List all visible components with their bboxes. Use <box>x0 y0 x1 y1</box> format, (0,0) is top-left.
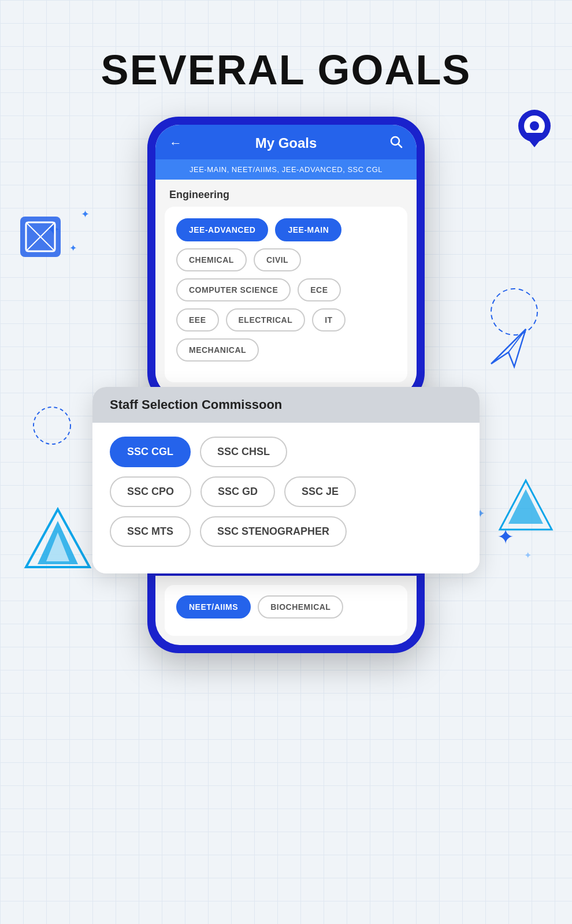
tag-neet-aiims[interactable]: NEET/AIIMS <box>176 595 251 619</box>
tag-ssc-mts[interactable]: SSC MTS <box>110 516 191 547</box>
tag-ssc-je[interactable]: SSC JE <box>284 476 356 507</box>
tag-electrical[interactable]: ELECTRICAL <box>226 308 306 331</box>
phone-mockup-top: ← My Goals JEE-MAIN, NEET/AIIMS, JEE-ADV… <box>142 117 430 404</box>
ssc-row-1: SSC CGL SSC CHSL <box>110 437 462 467</box>
tag-ssc-gd[interactable]: SSC GD <box>200 476 275 507</box>
ssc-card-header: Staff Selection Commissoon <box>92 387 480 423</box>
svg-line-12 <box>398 144 402 147</box>
ssc-card: Staff Selection Commissoon SSC CGL SSC C… <box>92 387 480 573</box>
tags-row-2: CHEMICAL CIVIL <box>176 248 396 271</box>
blue-box-deco <box>17 214 64 262</box>
tag-ssc-stenographer[interactable]: SSC STENOGRAPHER <box>200 516 347 547</box>
tag-ssc-chsl[interactable]: SSC CHSL <box>200 437 287 467</box>
paper-plane-deco <box>485 323 532 372</box>
tags-row-5: MECHANICAL <box>176 338 396 362</box>
tag-ssc-cgl[interactable]: SSC CGL <box>110 437 191 467</box>
page-headline: SEVERAL GOALS <box>101 46 471 94</box>
tag-jee-advanced[interactable]: JEE-ADVANCED <box>176 218 268 241</box>
ssc-row-2: SSC CPO SSC GD SSC JE <box>110 476 462 507</box>
svg-marker-6 <box>523 133 546 147</box>
phone-body: ← My Goals JEE-MAIN, NEET/AIIMS, JEE-ADV… <box>147 117 425 404</box>
search-icon[interactable] <box>390 136 403 151</box>
tag-it[interactable]: IT <box>312 308 345 331</box>
tags-row-3: COMPUTER SCIENCE ECE <box>176 278 396 301</box>
phone-subheader: JEE-MAIN, NEET/AIIMS, JEE-ADVANCED, SSC … <box>155 159 417 180</box>
svg-point-7 <box>530 121 539 131</box>
back-arrow-icon[interactable]: ← <box>169 136 182 151</box>
bottom-tags-container: NEET/AIIMS BIOCHEMICAL <box>165 585 407 636</box>
ssc-card-title: Staff Selection Commissoon <box>110 397 282 412</box>
tag-eee[interactable]: EEE <box>176 308 219 331</box>
tag-biochemical[interactable]: BIOCHEMICAL <box>258 595 343 619</box>
tag-mechanical[interactable]: MECHANICAL <box>176 338 259 362</box>
ssc-row-3: SSC MTS SSC STENOGRAPHER <box>110 516 462 547</box>
svg-marker-9 <box>491 329 526 367</box>
location-pin-deco <box>508 104 560 158</box>
star-deco-3: ✦ <box>81 208 90 221</box>
engineering-label: Engineering <box>155 180 417 207</box>
engineering-tags-container: JEE-ADVANCED JEE-MAIN CHEMICAL CIVIL COM… <box>165 207 407 382</box>
tag-civil[interactable]: CIVIL <box>254 248 301 271</box>
neet-tags-row: NEET/AIIMS BIOCHEMICAL <box>176 595 396 619</box>
tags-row-4: EEE ELECTRICAL IT <box>176 308 396 331</box>
tag-ssc-cpo[interactable]: SSC CPO <box>110 476 191 507</box>
phone-title: My Goals <box>255 135 317 151</box>
bottom-tags-section: NEET/AIIMS BIOCHEMICAL <box>155 576 417 645</box>
tags-row-1: JEE-ADVANCED JEE-MAIN <box>176 218 396 241</box>
tag-ece[interactable]: ECE <box>298 278 340 301</box>
star-deco-2: ✦ <box>69 243 77 254</box>
phone-bottom: NEET/AIIMS BIOCHEMICAL <box>147 568 425 653</box>
svg-line-10 <box>508 329 526 352</box>
ssc-card-body: SSC CGL SSC CHSL SSC CPO SSC GD SSC JE S… <box>92 423 480 573</box>
phone-header: ← My Goals <box>155 125 417 159</box>
engineering-section: Engineering JEE-ADVANCED JEE-MAIN CHEMIC… <box>155 180 417 396</box>
tag-jee-main[interactable]: JEE-MAIN <box>275 218 341 241</box>
tag-computer-science[interactable]: COMPUTER SCIENCE <box>176 278 291 301</box>
tag-chemical[interactable]: CHEMICAL <box>176 248 247 271</box>
